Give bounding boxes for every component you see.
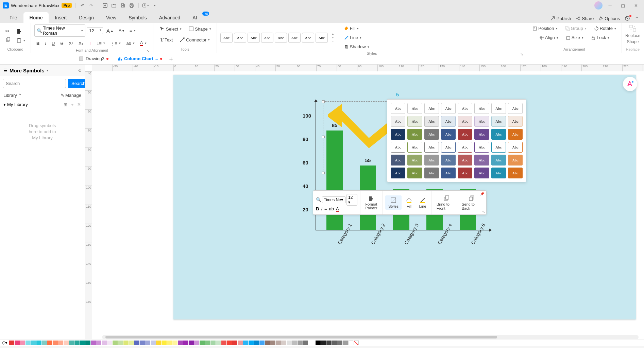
tab-design[interactable]: Design	[73, 12, 100, 23]
style-preset-cell[interactable]: Abc	[474, 142, 489, 153]
style-preset-cell[interactable]: Abc	[491, 129, 506, 140]
color-swatch[interactable]	[332, 341, 337, 345]
publish-button[interactable]: Publish	[550, 16, 571, 21]
color-swatch[interactable]	[134, 341, 139, 345]
style-preset-cell[interactable]: Abc	[474, 129, 489, 140]
style-preset-cell[interactable]: Abc	[424, 168, 439, 178]
maximize-button[interactable]: ▢	[617, 1, 628, 10]
color-swatch[interactable]	[69, 341, 74, 345]
color-swatch[interactable]	[200, 341, 205, 345]
collapse-ribbon-button[interactable]: ⌃	[635, 16, 639, 21]
color-swatch[interactable]	[232, 341, 237, 345]
group-button[interactable]: Group▾	[563, 24, 589, 32]
position-button[interactable]: Position▾	[530, 24, 559, 32]
float-bring-front-button[interactable]: Bring to Front	[435, 193, 458, 212]
color-swatch[interactable]	[270, 341, 275, 345]
italic-button[interactable]: I	[43, 39, 48, 47]
no-color-swatch[interactable]	[354, 341, 359, 345]
style-preset[interactable]: Abc	[220, 33, 233, 43]
tab-home[interactable]: Home	[23, 12, 49, 23]
color-swatch[interactable]	[276, 341, 281, 345]
float-font-color-button[interactable]: A	[336, 206, 339, 211]
style-preset-cell[interactable]: Abc	[441, 129, 456, 140]
color-swatch[interactable]	[140, 341, 145, 345]
color-swatch[interactable]	[162, 341, 167, 345]
style-preset-cell[interactable]: Abc	[424, 155, 439, 166]
drawing-page[interactable]: ↻ 100 80 60 40 20	[173, 75, 636, 319]
tab-advanced[interactable]: Advanced	[153, 12, 186, 23]
style-preset[interactable]: Abc	[316, 33, 328, 43]
color-swatch[interactable]	[47, 341, 52, 345]
fill-button[interactable]: Fill▾	[342, 24, 371, 32]
style-preset[interactable]: Abc	[234, 33, 246, 43]
style-preset[interactable]: Abc	[302, 33, 314, 43]
style-preset-cell[interactable]: Abc	[491, 103, 506, 114]
color-swatch[interactable]	[281, 341, 286, 345]
ai-assistant-button[interactable]	[623, 77, 637, 91]
text-tool[interactable]: TText	[158, 35, 175, 44]
color-swatch[interactable]	[287, 341, 292, 345]
mylib-add-icon[interactable]: ⊞	[63, 102, 68, 107]
style-preset-cell[interactable]: Abc	[407, 155, 422, 166]
color-swatch[interactable]	[259, 341, 265, 345]
refresh-icon[interactable]: ↻	[396, 92, 401, 97]
canvas[interactable]: ↻ 100 80 60 40 20	[92, 71, 644, 339]
style-preset-cell[interactable]: Abc	[424, 142, 439, 153]
color-swatch[interactable]	[298, 341, 303, 345]
style-preset-cell[interactable]: Abc	[508, 168, 523, 178]
color-swatch[interactable]	[53, 341, 58, 345]
float-format-painter[interactable]: Format Painter	[363, 194, 379, 211]
color-swatch[interactable]	[216, 341, 221, 345]
style-preset-cell[interactable]: Abc	[441, 155, 456, 166]
fill-bucket-icon[interactable]: ▾	[1, 340, 7, 346]
style-preset-cell[interactable]: Abc	[441, 168, 456, 178]
style-preset-cell[interactable]: Abc	[458, 155, 472, 166]
color-swatch[interactable]	[36, 341, 41, 345]
style-preset-cell[interactable]: Abc	[508, 142, 523, 153]
close-button[interactable]: ✕	[630, 1, 641, 10]
increase-font-icon[interactable]: A▴	[104, 27, 115, 35]
style-preset-cell[interactable]: Abc	[474, 116, 489, 127]
color-swatch[interactable]	[85, 341, 90, 345]
search-font-icon[interactable]: 🔍	[316, 197, 321, 202]
color-swatch[interactable]	[123, 341, 129, 345]
color-swatch[interactable]	[292, 341, 297, 345]
color-swatch[interactable]	[316, 341, 321, 345]
color-swatch[interactable]	[156, 341, 161, 345]
color-swatch[interactable]	[15, 341, 20, 345]
doctab-column-chart[interactable]: Column Chart ...	[113, 54, 166, 63]
hamburger-icon[interactable]: ☰	[3, 68, 7, 73]
font-size-select[interactable]: 12▾	[87, 27, 103, 34]
color-swatch[interactable]	[243, 341, 248, 345]
redo-icon[interactable]: ↷	[88, 2, 95, 9]
color-swatch[interactable]	[337, 341, 342, 345]
doctab-drawing[interactable]: Drawing3	[75, 54, 113, 63]
connector-tool[interactable]: Connector▾	[177, 35, 212, 44]
style-preset-cell[interactable]: Abc	[441, 142, 456, 153]
style-preset-cell[interactable]: Abc	[424, 116, 439, 127]
collapse-sidebar-icon[interactable]: «	[78, 67, 81, 73]
style-preset[interactable]: Abc	[275, 33, 287, 43]
color-swatch[interactable]	[238, 341, 243, 345]
size-button[interactable]: Size▾	[564, 34, 586, 41]
float-bold-button[interactable]: B	[316, 206, 319, 211]
clear-format-icon[interactable]: T	[87, 39, 94, 47]
style-preset-cell[interactable]: Abc	[441, 103, 456, 114]
color-swatch[interactable]	[64, 341, 69, 345]
color-swatch[interactable]	[303, 341, 308, 345]
color-swatch[interactable]	[221, 341, 226, 345]
float-styles-button[interactable]: Styles	[385, 195, 402, 210]
help-button[interactable]	[625, 16, 630, 21]
color-swatch[interactable]	[102, 341, 107, 345]
options-button[interactable]: Options	[598, 16, 620, 21]
color-swatch[interactable]	[145, 341, 150, 345]
style-preset-cell[interactable]: Abc	[491, 168, 506, 178]
mylib-close-icon[interactable]: ✕	[77, 102, 81, 107]
color-swatch[interactable]	[172, 341, 177, 345]
style-preset-cell[interactable]: Abc	[491, 155, 506, 166]
new-icon[interactable]	[102, 2, 108, 9]
style-preset-cell[interactable]: Abc	[424, 103, 439, 114]
horizontal-scrollbar[interactable]	[102, 335, 639, 339]
style-preset-cell[interactable]: Abc	[508, 103, 523, 114]
float-size-select[interactable]: 12 ▾	[346, 194, 357, 206]
